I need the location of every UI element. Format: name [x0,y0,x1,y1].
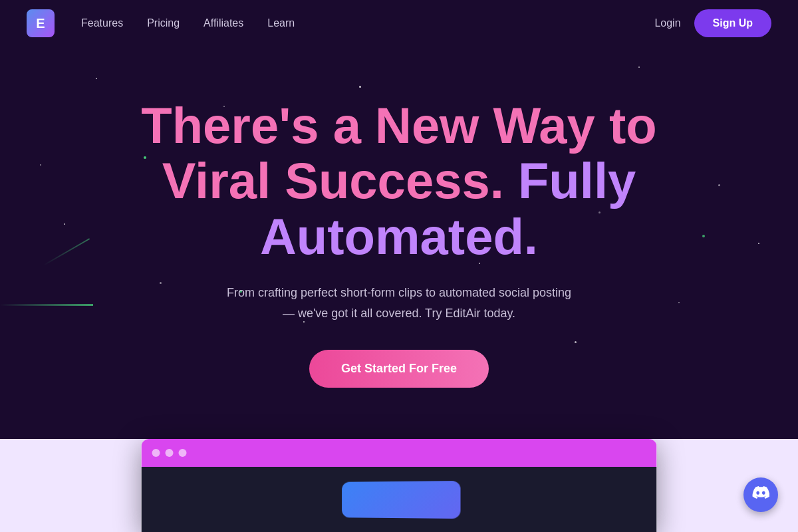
window-dot-3 [179,449,187,457]
window-content [142,467,657,532]
star [96,78,97,79]
star [575,341,577,343]
window-titlebar [142,439,657,467]
hero-title-line2-purple: Fully [504,152,636,209]
bottom-section [0,439,798,532]
star [678,302,680,303]
logo[interactable]: E [27,9,55,37]
nav-link-pricing[interactable]: Pricing [147,17,180,29]
glow-line [0,304,93,306]
app-window [142,439,657,532]
nav-item-learn[interactable]: Learn [267,17,295,29]
navbar-right: Login Sign Up [654,9,771,37]
window-dot-2 [166,449,174,457]
signup-button[interactable]: Sign Up [694,9,771,37]
star [40,164,41,166]
nav-link-affiliates[interactable]: Affiliates [203,17,243,29]
star [758,243,759,244]
discord-icon [752,486,769,503]
window-shape [342,481,460,519]
nav-link-features[interactable]: Features [81,17,123,29]
hero-title-line3: Automated. [260,208,538,265]
login-button[interactable]: Login [654,17,680,29]
glow-line-angled [43,238,90,266]
navbar-left: E Features Pricing Affiliates Learn [27,9,295,37]
cta-button[interactable]: Get Started For Free [309,350,489,388]
window-dot-1 [152,449,160,457]
hero-section: There's a New Way to Viral Success. Full… [0,47,798,439]
star [64,223,65,225]
nav-links: Features Pricing Affiliates Learn [81,17,295,29]
logo-text: E [36,16,45,31]
nav-item-affiliates[interactable]: Affiliates [203,17,243,29]
hero-title-line2-pink: Viral Success. [162,152,504,209]
star [160,282,162,284]
hero-subtitle: From crafting perfect short-form clips t… [226,283,572,323]
discord-button[interactable] [743,477,778,512]
navbar: E Features Pricing Affiliates Learn Logi… [0,0,798,47]
star [638,66,640,68]
nav-link-learn[interactable]: Learn [267,17,295,29]
nav-item-features[interactable]: Features [81,17,123,29]
nav-item-pricing[interactable]: Pricing [147,17,180,29]
star [718,184,720,186]
star [359,86,361,88]
hero-title-line1: There's a New Way to [141,97,656,154]
accent-dot [702,235,705,237]
hero-title: There's a New Way to Viral Success. Full… [141,98,656,265]
